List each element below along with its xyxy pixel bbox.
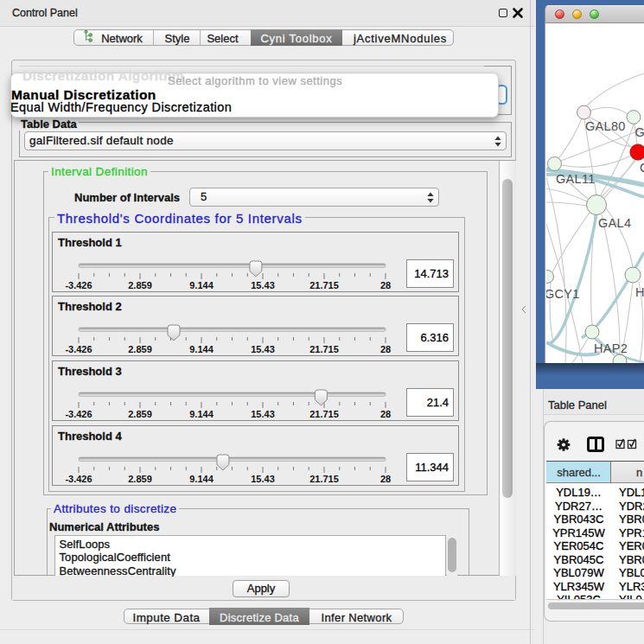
svg-text:21.715: 21.715 <box>309 409 339 419</box>
svg-text:GAL80: GAL80 <box>585 119 626 133</box>
svg-text:28: 28 <box>380 280 391 290</box>
svg-text:-3.426: -3.426 <box>65 409 92 419</box>
svg-text:9.144: 9.144 <box>189 474 214 484</box>
svg-text:28: 28 <box>380 409 391 419</box>
svg-text:28: 28 <box>380 474 391 484</box>
svg-text:15.43: 15.43 <box>251 474 275 484</box>
svg-text:9.144: 9.144 <box>189 409 214 419</box>
svg-text:9.144: 9.144 <box>189 344 214 354</box>
svg-text:2.859: 2.859 <box>128 409 152 419</box>
svg-text:28: 28 <box>380 344 391 354</box>
svg-text:HAP2: HAP2 <box>594 341 628 355</box>
svg-text:2.859: 2.859 <box>128 474 152 484</box>
svg-text:-3.426: -3.426 <box>65 344 92 354</box>
svg-text:2.859: 2.859 <box>128 280 152 290</box>
svg-text:-3.426: -3.426 <box>65 474 92 484</box>
svg-text:15.43: 15.43 <box>251 344 275 354</box>
svg-text:21.715: 21.715 <box>309 280 339 290</box>
svg-text:-3.426: -3.426 <box>65 280 92 290</box>
svg-text:21.715: 21.715 <box>309 344 339 354</box>
svg-text:15.43: 15.43 <box>251 409 275 419</box>
svg-text:C: C <box>640 161 644 175</box>
svg-text:21.715: 21.715 <box>309 474 339 484</box>
svg-text:H: H <box>635 285 644 299</box>
svg-text:GA: GA <box>635 125 644 139</box>
svg-text:9.144: 9.144 <box>189 280 214 290</box>
svg-text:GCY1: GCY1 <box>546 287 580 301</box>
svg-text:15.43: 15.43 <box>251 280 275 290</box>
svg-text:GAL11: GAL11 <box>556 172 596 186</box>
svg-text:GAL4: GAL4 <box>598 216 631 230</box>
svg-text:2.859: 2.859 <box>128 344 152 354</box>
